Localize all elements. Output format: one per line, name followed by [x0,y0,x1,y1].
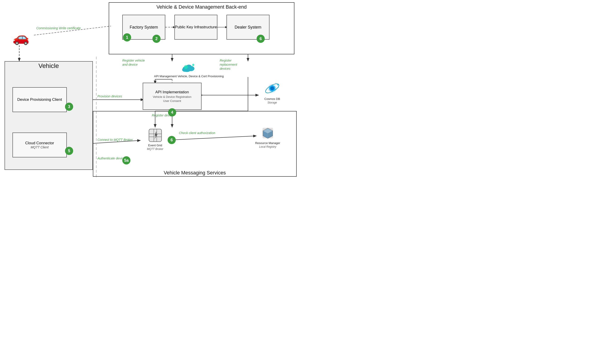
api-mgmt-cloud-icon [181,61,197,74]
dpc-label: Device Provisioning Client [17,97,62,102]
api-mgmt-label: API Management Vehicle, Device & Cert Pr… [154,74,224,78]
pki-box: Public Key Infrastructure [174,15,217,40]
badge-3: 3 [65,103,73,111]
badge-4: 4 [168,108,176,116]
cc-box: Cloud Connector MQTT Client [12,133,67,157]
check-auth-label: Check client authorization [179,131,215,135]
diagram-container: 🚗 Commissioning Write certificate Vehicl… [0,0,300,182]
cosmos-db-sublabel: Storage [267,101,277,104]
cosmos-db-area: Cosmos DB Storage [256,80,288,104]
api-impl-subtitle: Vehicle & Device RegistrationUser Consen… [153,95,192,103]
svg-point-22 [184,65,188,69]
connect-mqtt-label: Connect to MQTT Broker [97,138,133,142]
pki-label: Public Key Infrastructure [175,25,217,30]
event-grid-label: Event Grid [148,144,162,147]
vms-title: Vehicle Messaging Services [93,170,297,176]
provision-devices-label: Provision devices [97,94,122,98]
register-vehicle-label: Register vehicleand device [122,58,145,67]
svg-point-31 [275,83,276,84]
cc-subtitle: MQTT Client [31,145,48,149]
svg-point-28 [270,86,274,90]
register-replacement-label: Registerreplacementdevices [220,58,237,71]
api-impl-title: API Implementation [155,89,189,95]
factory-system-label: Factory System [130,25,158,30]
resource-manager-icon [260,126,275,141]
dealer-system-label: Dealer System [235,25,261,30]
car-icon: 🚗 [12,29,29,45]
badge-1: 1 [123,33,131,41]
dpc-box: Device Provisioning Client [12,87,67,112]
badge-2: 2 [152,35,160,43]
resource-manager-sublabel: Local Registry [259,145,276,148]
authenticate-label: Authenticate device [97,156,125,160]
badge-5: 5 [65,147,73,155]
badge-6b: 6 [256,35,265,43]
badge-5a: 5a [122,156,131,164]
api-mgmt-area: API Management Vehicle, Device & Cert Pr… [154,61,224,78]
resource-manager-area: Resource Manager Local Registry [252,126,283,148]
event-grid-icon [148,128,163,143]
badge-6a: 6 [167,136,176,144]
backend-title: Vehicle & Device Management Back-end [109,4,294,10]
svg-point-29 [277,84,278,85]
svg-point-30 [278,87,279,88]
cc-title: Cloud Connector [25,141,54,145]
event-grid-sublabel: MQTT Broker [147,147,164,151]
event-grid-area: Event Grid MQTT Broker [141,128,170,151]
cosmos-db-label: Cosmos DB [264,97,280,101]
api-impl-box: API Implementation Vehicle & Device Regi… [143,83,202,110]
vehicle-title: Vehicle [5,62,93,70]
cosmos-db-icon [264,80,280,96]
resource-manager-label: Resource Manager [255,141,280,145]
commissioning-label: Commissioning Write certificate [36,26,81,30]
